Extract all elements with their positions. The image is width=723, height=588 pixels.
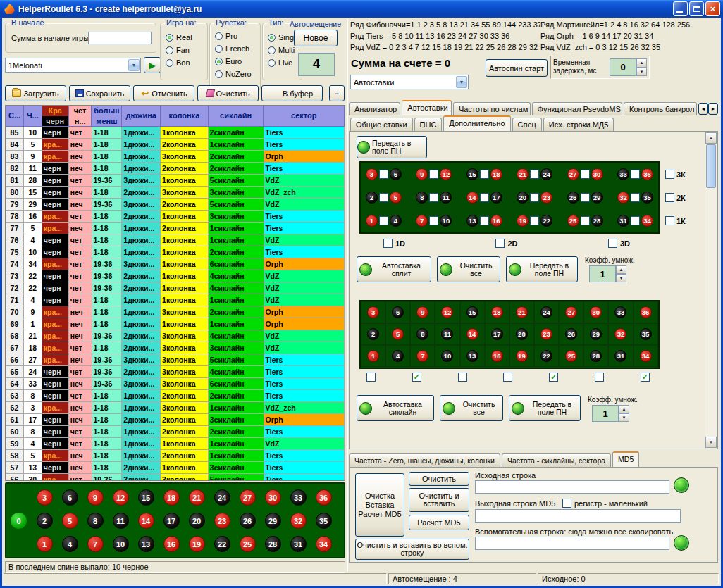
table-row[interactable]: 839кра...неч1-181дюжи...3колонка2сиклайн… xyxy=(6,151,345,163)
number-8[interactable]: 8 xyxy=(87,513,104,529)
autospin-start-button[interactable]: Автоспин старт xyxy=(486,59,548,77)
table-row[interactable]: 775кра...неч1-181дюжи...2колонка1сиклайн… xyxy=(6,223,345,234)
number-0[interactable]: 0 xyxy=(10,512,27,530)
content-scrollbar[interactable]: ▲ ▼ xyxy=(705,132,717,448)
radio-fan[interactable]: Fan xyxy=(161,44,207,56)
table-row[interactable]: 7510чернчет1-181дюжи...1колонка2сиклайнT… xyxy=(6,246,345,258)
number-21[interactable]: 21 xyxy=(189,489,205,506)
number-7[interactable]: 7 xyxy=(416,350,428,362)
freqtab-0[interactable]: Частота - Zero, шансы, дюжины, колонки xyxy=(349,453,500,467)
number-33[interactable]: 33 xyxy=(617,168,629,180)
title-bar[interactable]: HelperRoullet 6.3 - create helperroullet… xyxy=(0,0,723,18)
md5-clear-button[interactable]: Очистить xyxy=(409,472,469,486)
number-1[interactable]: 1 xyxy=(37,536,53,552)
autobets-combo[interactable]: Автоставки ▼ xyxy=(350,75,469,89)
radio-euro[interactable]: Euro xyxy=(210,55,260,68)
table-row[interactable]: 8211черннеч1-181дюжи...2колонка2сиклайнT… xyxy=(6,163,345,175)
table-row[interactable]: 709кра...неч1-181дюжи...3колонка2сиклайн… xyxy=(6,306,345,318)
number-3[interactable]: 3 xyxy=(37,489,53,506)
number-10[interactable]: 10 xyxy=(441,350,453,362)
number-21[interactable]: 21 xyxy=(517,168,529,180)
split-coef-spinner[interactable]: 1 ▲ ▼ xyxy=(589,265,626,282)
number-2[interactable]: 2 xyxy=(367,328,379,340)
number-29[interactable]: 29 xyxy=(265,513,281,529)
split-checkbox[interactable] xyxy=(480,170,489,179)
spin-down-icon[interactable]: ▼ xyxy=(619,413,629,422)
close-button[interactable]: × xyxy=(705,1,720,16)
table-row[interactable]: 5630кра...чет19-363дюжи...3колонка5сикла… xyxy=(6,474,345,481)
number-19[interactable]: 19 xyxy=(189,536,205,552)
table-row[interactable]: 623кра...неч1-181дюжи...3колонка1сиклайн… xyxy=(6,402,345,414)
number-5[interactable]: 5 xyxy=(62,513,78,529)
split-checkbox[interactable] xyxy=(631,193,640,202)
source-string-input[interactable] xyxy=(475,480,669,494)
spin-up-icon[interactable]: ▲ xyxy=(616,265,626,274)
number-19[interactable]: 19 xyxy=(517,215,529,227)
save-button[interactable]: Сохранить xyxy=(69,85,130,101)
checkbox[interactable] xyxy=(562,499,571,508)
sixline-coef-spinner[interactable]: 1 ▲ ▼ xyxy=(592,405,629,422)
number-13[interactable]: 13 xyxy=(138,536,154,552)
table-row[interactable]: 5713черннеч1-182дюжи...1колонка3сиклайнT… xyxy=(6,462,345,474)
transfer-sixlines-button[interactable]: Передать в поле ПН xyxy=(509,395,581,421)
number-7[interactable]: 7 xyxy=(416,215,428,227)
table-row[interactable]: 8015черннеч1-182дюжи...3колонка3сиклайнV… xyxy=(6,187,345,199)
number-17[interactable]: 17 xyxy=(491,328,503,340)
md5-clear-paste-calc-button[interactable]: Очистка Вставка Расчет MD5 xyxy=(355,473,404,537)
undo-button[interactable]: ↩Отменить xyxy=(133,85,194,101)
number-27[interactable]: 27 xyxy=(240,489,256,506)
number-23[interactable]: 23 xyxy=(540,192,552,204)
number-11[interactable]: 11 xyxy=(440,192,452,204)
number-4[interactable]: 4 xyxy=(62,536,78,552)
number-8[interactable]: 8 xyxy=(416,192,428,204)
number-28[interactable]: 28 xyxy=(265,536,281,552)
sixline-checkbox[interactable] xyxy=(366,373,376,382)
column-checkbox[interactable] xyxy=(665,193,674,202)
table-row[interactable]: 6524чернчет19-362дюжи...3колонка4сиклайн… xyxy=(6,366,345,378)
scrollbar-thumb[interactable] xyxy=(706,144,716,188)
table-row[interactable]: 6117черннеч1-182дюжи...2колонка3сиклайнO… xyxy=(6,414,345,426)
delay-spinner[interactable]: 0 ▲ ▼ xyxy=(610,58,647,76)
clean-button[interactable]: Очистить xyxy=(197,85,259,101)
number-2[interactable]: 2 xyxy=(37,513,53,529)
register-checkbox[interactable]: регистр - маленький xyxy=(562,499,648,508)
radio-bon[interactable]: Bon xyxy=(161,56,207,69)
md5-calc-button[interactable]: Расчет MD5 xyxy=(409,515,469,530)
split-checkbox[interactable] xyxy=(631,216,640,225)
number-15[interactable]: 15 xyxy=(138,489,154,506)
split-checkbox[interactable] xyxy=(429,170,438,179)
number-6[interactable]: 6 xyxy=(390,168,402,180)
table-row[interactable]: 691кра...неч1-181дюжи...1колонка1сиклайн… xyxy=(6,318,345,330)
dim-check-3D[interactable]: 3D xyxy=(608,239,630,248)
number-9[interactable]: 9 xyxy=(87,489,104,506)
tab-scroll-left-icon[interactable]: ◄ xyxy=(698,103,708,115)
number-34[interactable]: 34 xyxy=(640,350,652,362)
table-row[interactable]: 7434кра...чет19-363дюжи...1колонка6сикла… xyxy=(6,258,345,270)
dim-check-2D[interactable]: 2D xyxy=(495,239,517,248)
number-32[interactable]: 32 xyxy=(290,513,307,529)
number-20[interactable]: 20 xyxy=(517,192,529,204)
number-27[interactable]: 27 xyxy=(565,306,577,318)
number-8[interactable]: 8 xyxy=(416,328,428,340)
split-checkbox[interactable] xyxy=(379,170,388,179)
number-30[interactable]: 30 xyxy=(265,489,281,506)
tab-4[interactable]: Контроль банкрол xyxy=(624,102,697,115)
number-31[interactable]: 31 xyxy=(290,536,307,552)
number-23[interactable]: 23 xyxy=(214,513,230,529)
sixline-checkbox[interactable]: ✓ xyxy=(412,373,421,382)
number-29[interactable]: 29 xyxy=(590,328,602,340)
radio-french[interactable]: French xyxy=(210,42,260,55)
radio-pro[interactable]: Pro xyxy=(210,30,260,42)
number-4[interactable]: 4 xyxy=(392,350,404,362)
number-29[interactable]: 29 xyxy=(591,192,603,204)
split-checkbox[interactable] xyxy=(530,216,539,225)
number-34[interactable]: 34 xyxy=(641,215,653,227)
number-14[interactable]: 14 xyxy=(138,513,154,529)
number-17[interactable]: 17 xyxy=(163,513,180,529)
minimize-button[interactable] xyxy=(673,1,688,16)
radio-real[interactable]: Real xyxy=(161,31,207,44)
number-24[interactable]: 24 xyxy=(540,306,552,318)
table-row[interactable]: 764чернчет1-181дюжи...1колонка1сиклайнVd… xyxy=(6,234,345,246)
number-18[interactable]: 18 xyxy=(490,168,502,180)
number-28[interactable]: 28 xyxy=(590,350,602,362)
